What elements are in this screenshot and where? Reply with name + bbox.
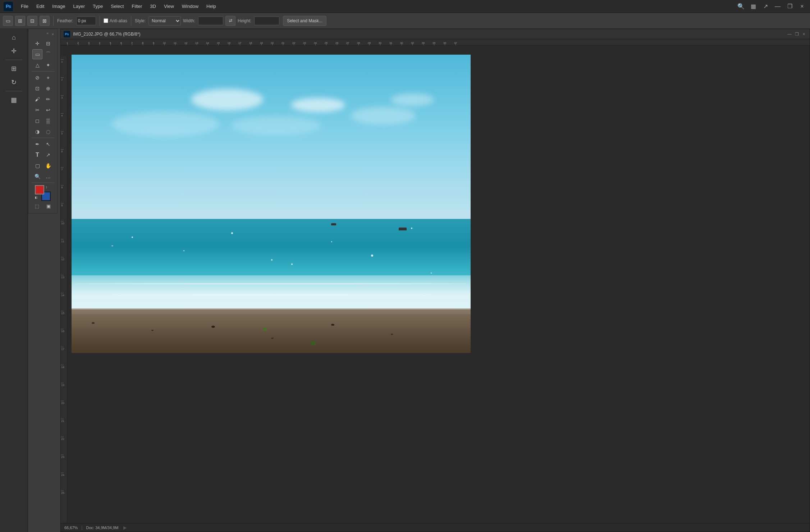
document-window: Ps IMG_2102.JPG @ 66,7% (RGB/8*) — ❐ × 1… [60, 29, 810, 532]
search-icon[interactable]: 🔍 [736, 1, 746, 12]
doc-minimize-btn[interactable]: — [787, 31, 792, 37]
menu-3d[interactable]: 3D [146, 2, 160, 10]
anti-alias-label: Anti-alias [104, 18, 127, 23]
canvas-content[interactable] [61, 46, 810, 523]
color-switch-icon[interactable]: ↕ [46, 185, 51, 190]
close-btn[interactable]: × [797, 1, 807, 12]
float-pen-tool[interactable]: ✒ [32, 139, 42, 149]
menu-edit[interactable]: Edit [33, 2, 48, 10]
anti-alias-checkbox[interactable] [104, 18, 108, 23]
home-tool-icon[interactable]: ⌂ [8, 31, 20, 44]
canvas-area: « × ✛ ⊟ ▭ ⌒ △ ✦ ⊘ ⌖ ⊡ ⊕ [28, 29, 810, 532]
move-v-icon[interactable]: ✛ [8, 45, 20, 58]
float-heal-tool[interactable]: ⊕ [43, 83, 53, 93]
float-zoom-tool[interactable]: 🔍 [32, 171, 42, 182]
float-dodge-tool[interactable]: ◑ [32, 127, 42, 137]
ruler-h-label: 14 [206, 41, 209, 45]
floating-tools-panel: « × ✛ ⊟ ▭ ⌒ △ ✦ ⊘ ⌖ ⊡ ⊕ [28, 29, 58, 214]
float-row-clone: ✂ ↩ [30, 105, 56, 115]
doc-size-label: Doc: 34,9M/34,9M [86, 526, 118, 530]
float-histbrush-tool[interactable]: ↩ [43, 105, 53, 115]
menu-type[interactable]: Type [89, 2, 106, 10]
ruler-h-label: 29 [368, 41, 371, 45]
float-collapse-btn[interactable]: « [46, 31, 49, 37]
menu-layer[interactable]: Layer [70, 2, 89, 10]
menu-filter[interactable]: Filter [128, 2, 146, 10]
float-eyedropper-tool[interactable]: ⊘ [32, 73, 42, 83]
doc-window-controls: — ❐ × [787, 31, 807, 37]
width-input[interactable] [198, 17, 223, 25]
float-extra-tool[interactable]: … [43, 171, 53, 182]
ruler-h-label: 27 [346, 41, 349, 45]
doc-close-btn[interactable]: × [801, 31, 807, 37]
screen-mode-icon[interactable]: ▣ [44, 202, 54, 210]
artboard-v-icon[interactable]: ⊞ [8, 62, 20, 75]
feather-input[interactable] [76, 17, 96, 25]
menu-window[interactable]: Window [178, 2, 202, 10]
float-patharrow-tool[interactable]: ↗ [43, 150, 53, 160]
ruler-v-icon[interactable]: ▦ [8, 93, 20, 106]
float-brush-tool[interactable]: 🖌 [32, 94, 42, 104]
ruler-h-label: 1 [67, 41, 68, 45]
float-artboard-tool[interactable]: ⊟ [43, 38, 53, 49]
float-clone-tool[interactable]: ✂ [32, 105, 42, 115]
float-gradient-tool[interactable]: ▒ [43, 116, 53, 126]
intersect-selection-btn[interactable]: ⊠ [40, 16, 50, 26]
rotate-v-icon[interactable]: ↻ [8, 76, 20, 89]
float-hand-tool[interactable]: ✋ [43, 161, 53, 171]
select-and-mask-btn[interactable]: Select and Mask... [283, 16, 326, 26]
color-default-icon[interactable]: ◧ [35, 196, 40, 201]
menu-bar: Ps File Edit Image Layer Type Select Fil… [0, 0, 810, 13]
quick-mask-icon[interactable]: ⬚ [32, 202, 42, 210]
float-rectshape-tool[interactable]: ▢ [32, 161, 42, 171]
menu-view[interactable]: View [160, 2, 178, 10]
float-pathsel-tool[interactable]: ↖ [43, 139, 53, 149]
ruler-h-label: 12 [184, 41, 188, 45]
menu-image[interactable]: Image [49, 2, 69, 10]
float-sampler-tool[interactable]: ⌖ [43, 73, 53, 83]
subtract-selection-btn[interactable]: ⊟ [27, 16, 37, 26]
boat-2 [331, 223, 336, 225]
float-crop-tool[interactable]: ⊡ [32, 83, 42, 93]
new-selection-btn[interactable]: ▭ [3, 16, 13, 26]
float-text-tool[interactable]: T [32, 150, 42, 160]
layout-icon[interactable]: ▦ [748, 1, 758, 12]
float-row-rect: ▢ ✋ [30, 161, 56, 171]
float-magic-wand-tool[interactable]: ✦ [43, 60, 53, 70]
add-selection-btn[interactable]: ⊞ [15, 16, 25, 26]
menu-select[interactable]: Select [107, 2, 127, 10]
separator-1 [53, 16, 54, 26]
menu-file[interactable]: File [17, 2, 32, 10]
float-close-btn[interactable]: × [50, 31, 56, 37]
fg-color-swatch[interactable] [35, 185, 44, 194]
mode-icons: ⬚ ▣ [30, 202, 56, 210]
ruler-h-label: 5 [110, 41, 111, 45]
float-lasso-tool[interactable]: ⌒ [43, 49, 53, 59]
doc-restore-btn[interactable]: ❐ [794, 31, 800, 37]
ruler-h-label: 24 [314, 41, 317, 45]
float-sep-1 [31, 71, 55, 72]
style-select[interactable]: Normal Fixed Ratio Fixed Size [148, 16, 181, 26]
swap-dimensions-btn[interactable]: ⇄ [225, 16, 235, 26]
menu-help[interactable]: Help [203, 2, 220, 10]
float-poly-lasso-tool[interactable]: △ [32, 60, 42, 70]
minimize-btn[interactable]: — [773, 1, 783, 12]
float-pencil-tool[interactable]: ✏ [43, 94, 53, 104]
ruler-h-label: 16 [228, 41, 231, 45]
share-icon[interactable]: ↗ [760, 1, 770, 12]
float-move-tool[interactable]: ✛ [32, 38, 42, 49]
ruler-horizontal: 1234567891011121314151617181920212223242… [61, 39, 810, 46]
float-blur-tool[interactable]: ◌ [43, 127, 53, 137]
float-sep-3 [31, 183, 55, 183]
ruler-h-label: 25 [325, 41, 328, 45]
float-eraser-tool[interactable]: ◻ [32, 116, 42, 126]
ruler-h-label: 26 [335, 41, 339, 45]
separator-2 [100, 16, 100, 26]
boat-1 [399, 228, 407, 230]
ruler-h-label: 37 [454, 41, 457, 45]
float-marquee-rect-tool[interactable]: ▭ [32, 49, 42, 59]
restore-btn[interactable]: ❐ [785, 1, 795, 12]
ruler-h-label: 8 [142, 41, 143, 45]
height-input[interactable] [254, 17, 279, 25]
options-bar: ▭ ⊞ ⊟ ⊠ Feather: Anti-alias Style: Norma… [0, 13, 810, 29]
